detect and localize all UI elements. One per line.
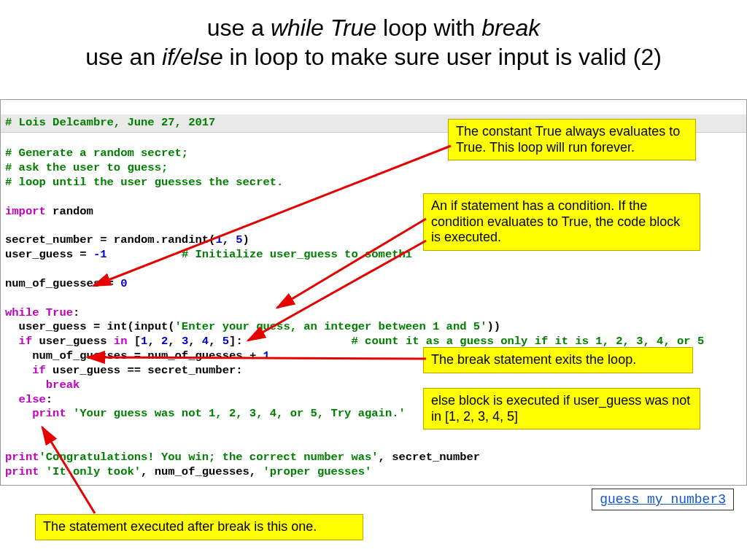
slide-title: use a while True loop with break use an … <box>0 0 747 79</box>
title-l1-a: use a <box>207 15 271 41</box>
callout-after-break: The statement executed after break is th… <box>35 514 363 540</box>
title-l2-b: if/else <box>162 44 223 70</box>
callout-break: The break statement exits the loop. <box>423 347 693 373</box>
callout-if-condition: An if statement has a condition. If the … <box>423 193 700 251</box>
title-l2-a: use an <box>85 44 162 70</box>
title-l1-d: break <box>481 15 540 41</box>
callout-else: else block is executed if user_guess was… <box>423 388 700 429</box>
title-l1-b: while True <box>271 15 376 41</box>
title-l1-c: loop with <box>376 15 481 41</box>
callout-while-true: The constant True always evaluates to Tr… <box>448 119 696 160</box>
link-guess-my-number3[interactable]: guess_my_number3 <box>592 489 734 510</box>
title-l2-c: in loop to make sure user input is valid… <box>223 44 662 70</box>
